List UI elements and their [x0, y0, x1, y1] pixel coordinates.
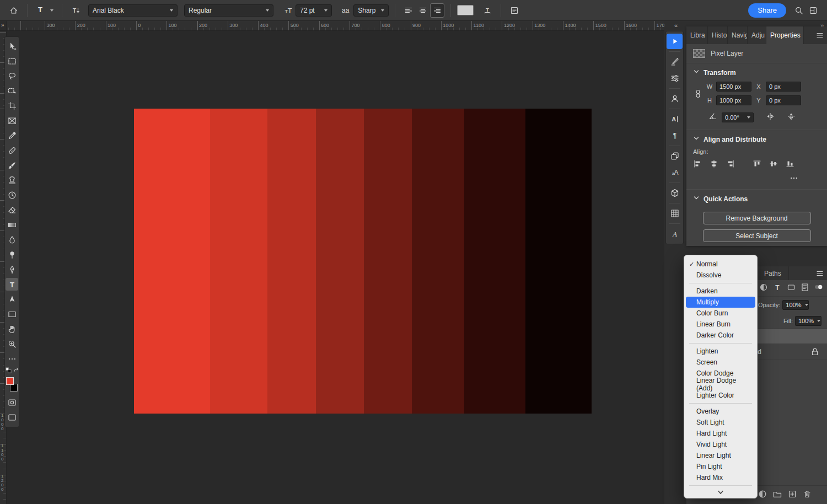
zoom-tool[interactable] [5, 336, 19, 351]
pen-tool[interactable] [5, 262, 19, 277]
paragraph-panel-button[interactable]: ¶ [667, 128, 683, 143]
align-text-left-button[interactable] [401, 3, 416, 18]
tab-histo[interactable]: Histo [708, 26, 728, 44]
font-family-select[interactable]: Arial Black [88, 4, 178, 17]
anti-alias-select[interactable]: Sharp [353, 4, 389, 17]
tab-properties[interactable]: Properties [766, 26, 804, 44]
expand-chevron-left[interactable]: » [1, 22, 4, 28]
menu-item-screen[interactable]: Screen [686, 357, 755, 368]
canvas-image[interactable] [134, 109, 592, 414]
patterns-button[interactable] [667, 206, 683, 221]
tab-adju[interactable]: Adju [748, 26, 766, 44]
y-field[interactable]: 0 px [766, 95, 801, 105]
quick-actions-header[interactable]: Quick Actions [686, 190, 827, 207]
workspace-button[interactable] [806, 3, 820, 18]
fill-field[interactable]: 100% [795, 316, 821, 326]
eyedropper-tool[interactable] [5, 128, 19, 143]
gradient-tool[interactable] [5, 217, 19, 232]
panel-menu-icon[interactable] [813, 26, 827, 44]
align-vertical-centers-button[interactable] [769, 159, 778, 168]
tab-paths[interactable]: Paths [760, 266, 789, 280]
delete-layer-button[interactable] [803, 490, 812, 501]
menu-item-multiply[interactable]: Multiply [686, 297, 755, 308]
search-button[interactable] [792, 3, 806, 18]
menu-item-darker-color[interactable]: Darker Color [686, 330, 755, 341]
menu-item-linear-burn[interactable]: Linear Burn [686, 319, 755, 330]
marquee-tool[interactable] [5, 53, 19, 68]
menu-item-normal[interactable]: ✓Normal [686, 259, 755, 270]
link-dimensions-toggle[interactable] [693, 89, 703, 98]
align-bottom-edges-button[interactable] [786, 159, 794, 168]
menu-item-lighten[interactable]: Lighten [686, 346, 755, 357]
menu-item-overlay[interactable]: Overlay [686, 406, 755, 417]
eraser-tool[interactable] [5, 202, 19, 217]
panel-menu-icon[interactable] [813, 266, 827, 280]
share-button[interactable]: Share [748, 3, 786, 18]
move-tool[interactable] [5, 39, 19, 53]
menu-item-linear-dodge-add-[interactable]: Linear Dodge (Add) [686, 379, 755, 390]
menu-item-linear-light[interactable]: Linear Light [686, 450, 755, 461]
edit-button[interactable] [667, 54, 683, 69]
rectangle-tool[interactable] [5, 307, 19, 321]
menu-item-color-burn[interactable]: Color Burn [686, 308, 755, 319]
play-button[interactable] [667, 34, 683, 49]
blur-tool[interactable] [5, 232, 19, 247]
smart-object-filter-icon[interactable] [801, 283, 809, 294]
new-layer-button[interactable] [788, 490, 797, 501]
warp-text-button[interactable]: T [480, 3, 495, 18]
background-color-swatch[interactable] [10, 384, 18, 392]
dodge-tool[interactable] [5, 247, 19, 262]
flip-horizontal-button[interactable] [766, 112, 775, 122]
align-left-edges-button[interactable] [693, 159, 702, 168]
object-selection-tool[interactable] [5, 83, 19, 98]
path-selection-tool[interactable] [5, 292, 19, 307]
adjustment-layer-button[interactable] [758, 490, 767, 501]
more-options-button[interactable] [790, 174, 798, 184]
remove-background-button[interactable]: Remove Background [703, 212, 811, 224]
frame-tool[interactable] [5, 113, 19, 128]
quick-mask-button[interactable] [5, 395, 19, 410]
opacity-field[interactable]: 100% [782, 300, 809, 310]
brush-tool[interactable] [5, 158, 19, 173]
shape-filter-icon[interactable] [787, 283, 796, 294]
menu-scroll-down-chevron[interactable] [684, 488, 757, 497]
align-text-right-button[interactable] [430, 3, 444, 18]
lasso-tool[interactable] [5, 68, 19, 83]
menu-item-darken[interactable]: Darken [686, 286, 755, 297]
3d-button[interactable] [667, 185, 683, 201]
menu-item-soft-light[interactable]: Soft Light [686, 417, 755, 428]
layer-group-button[interactable] [773, 490, 782, 501]
tab-navig[interactable]: Navig [728, 26, 748, 44]
healing-brush-tool[interactable] [5, 143, 19, 158]
foreground-color-swatch[interactable] [6, 377, 14, 385]
menu-item-hard-mix[interactable]: Hard Mix [686, 472, 755, 483]
font-size-select[interactable]: 72 pt [296, 4, 332, 17]
select-subject-button[interactable]: Select Subject [703, 229, 811, 242]
menu-item-pin-light[interactable]: Pin Light [686, 461, 755, 472]
menu-item-vivid-light[interactable]: Vivid Light [686, 439, 755, 450]
filter-switch-icon[interactable] [814, 283, 823, 293]
font-style-select[interactable]: Regular [184, 4, 273, 17]
x-field[interactable]: 0 px [766, 82, 801, 92]
typography-button[interactable]: A [667, 226, 683, 242]
menu-item-dissolve[interactable]: Dissolve [686, 270, 755, 281]
align-section-header[interactable]: Align and Distribute [686, 130, 827, 147]
adjustment-filter-icon[interactable] [759, 283, 768, 294]
height-field[interactable]: 1000 px [716, 95, 751, 105]
align-top-edges-button[interactable] [753, 159, 761, 168]
type-tool[interactable]: T [5, 277, 19, 292]
align-right-edges-button[interactable] [726, 159, 735, 168]
toggle-panels-button[interactable] [507, 3, 522, 18]
tab-libra[interactable]: Libra [686, 26, 708, 44]
hand-tool[interactable] [5, 321, 19, 336]
character-panel-button[interactable]: A [667, 111, 683, 127]
collapse-panels-chevron[interactable]: « [674, 22, 678, 29]
more-tools[interactable] [5, 351, 19, 366]
flip-vertical-button[interactable] [787, 112, 796, 122]
libraries-button[interactable] [667, 91, 683, 106]
crop-tool[interactable] [5, 98, 19, 113]
horizontal-ruler[interactable]: 3002001000100200300400500600700800900100… [0, 21, 664, 31]
home-button[interactable] [7, 3, 21, 18]
adjustments-button[interactable] [667, 71, 683, 86]
rotation-field[interactable]: 0.00° [722, 112, 754, 122]
